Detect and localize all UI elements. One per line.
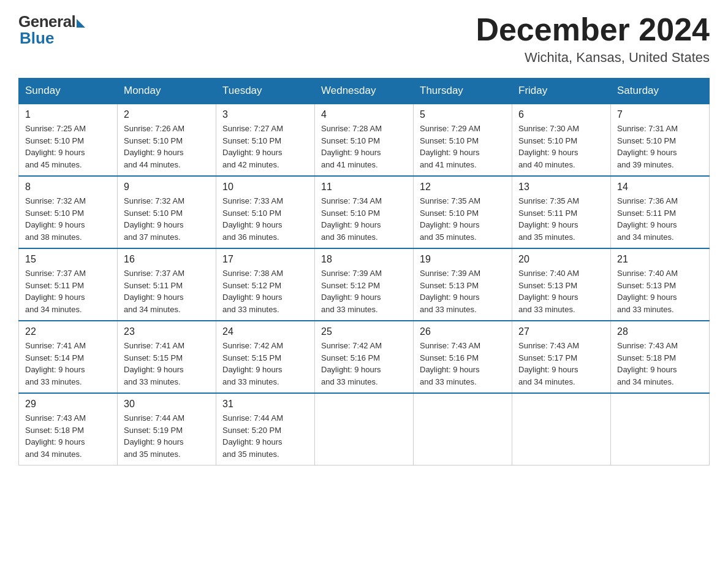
day-number: 23 [124,326,210,337]
day-info: Sunrise: 7:32 AMSunset: 5:10 PMDaylight:… [124,195,210,243]
day-number: 26 [420,326,506,337]
calendar-cell: 24Sunrise: 7:42 AMSunset: 5:15 PMDayligh… [216,321,315,393]
day-info: Sunrise: 7:43 AMSunset: 5:18 PMDaylight:… [617,340,703,388]
week-row-1: 1Sunrise: 7:25 AMSunset: 5:10 PMDaylight… [19,104,710,176]
day-info: Sunrise: 7:44 AMSunset: 5:19 PMDaylight:… [124,412,210,460]
day-info: Sunrise: 7:43 AMSunset: 5:16 PMDaylight:… [420,340,506,388]
day-info: Sunrise: 7:41 AMSunset: 5:15 PMDaylight:… [124,340,210,388]
calendar-cell [414,393,512,465]
logo: General Blue [18,12,85,48]
calendar-cell: 12Sunrise: 7:35 AMSunset: 5:10 PMDayligh… [414,176,512,248]
calendar-cell: 8Sunrise: 7:32 AMSunset: 5:10 PMDaylight… [19,176,118,248]
header-sunday: Sunday [19,79,118,104]
day-info: Sunrise: 7:42 AMSunset: 5:16 PMDaylight:… [321,340,407,388]
day-info: Sunrise: 7:34 AMSunset: 5:10 PMDaylight:… [321,195,407,243]
day-info: Sunrise: 7:25 AMSunset: 5:10 PMDaylight:… [25,123,111,170]
month-title: December 2024 [476,12,710,47]
day-number: 13 [518,182,604,193]
calendar-cell: 11Sunrise: 7:34 AMSunset: 5:10 PMDayligh… [315,176,414,248]
calendar-cell [512,393,611,465]
calendar-cell: 10Sunrise: 7:33 AMSunset: 5:10 PMDayligh… [216,176,315,248]
calendar-cell: 31Sunrise: 7:44 AMSunset: 5:20 PMDayligh… [216,393,315,465]
calendar-cell: 19Sunrise: 7:39 AMSunset: 5:13 PMDayligh… [414,248,512,321]
header-monday: Monday [118,79,216,104]
calendar-cell: 29Sunrise: 7:43 AMSunset: 5:18 PMDayligh… [19,393,118,465]
day-info: Sunrise: 7:26 AMSunset: 5:10 PMDaylight:… [124,123,210,170]
day-number: 4 [321,109,407,120]
day-number: 10 [222,182,308,193]
header-wednesday: Wednesday [315,79,414,104]
day-info: Sunrise: 7:30 AMSunset: 5:10 PMDaylight:… [518,123,604,170]
calendar-cell: 5Sunrise: 7:29 AMSunset: 5:10 PMDaylight… [414,104,512,176]
day-number: 20 [518,254,604,265]
header-saturday: Saturday [611,79,710,104]
calendar-cell: 22Sunrise: 7:41 AMSunset: 5:14 PMDayligh… [19,321,118,393]
calendar-cell: 25Sunrise: 7:42 AMSunset: 5:16 PMDayligh… [315,321,414,393]
day-number: 21 [617,254,703,265]
day-number: 1 [25,109,111,120]
day-number: 19 [420,254,506,265]
day-number: 9 [124,182,210,193]
calendar-cell: 13Sunrise: 7:35 AMSunset: 5:11 PMDayligh… [512,176,611,248]
day-number: 7 [617,109,703,120]
day-info: Sunrise: 7:33 AMSunset: 5:10 PMDaylight:… [222,195,308,243]
calendar-cell: 27Sunrise: 7:43 AMSunset: 5:17 PMDayligh… [512,321,611,393]
day-info: Sunrise: 7:42 AMSunset: 5:15 PMDaylight:… [222,340,308,388]
calendar-cell [611,393,710,465]
logo-arrow-icon [77,19,85,28]
day-info: Sunrise: 7:35 AMSunset: 5:11 PMDaylight:… [518,195,604,243]
day-number: 17 [222,254,308,265]
day-info: Sunrise: 7:37 AMSunset: 5:11 PMDaylight:… [124,267,210,315]
day-info: Sunrise: 7:43 AMSunset: 5:18 PMDaylight:… [25,412,111,460]
calendar-cell: 16Sunrise: 7:37 AMSunset: 5:11 PMDayligh… [118,248,216,321]
day-info: Sunrise: 7:36 AMSunset: 5:11 PMDaylight:… [617,195,703,243]
day-number: 30 [124,399,210,410]
day-info: Sunrise: 7:27 AMSunset: 5:10 PMDaylight:… [222,123,308,170]
location-title: Wichita, Kansas, United States [476,50,710,66]
day-number: 14 [617,182,703,193]
calendar-cell: 9Sunrise: 7:32 AMSunset: 5:10 PMDaylight… [118,176,216,248]
title-section: December 2024 Wichita, Kansas, United St… [476,12,710,66]
calendar-cell: 2Sunrise: 7:26 AMSunset: 5:10 PMDaylight… [118,104,216,176]
day-info: Sunrise: 7:44 AMSunset: 5:20 PMDaylight:… [222,412,308,460]
header-thursday: Thursday [414,79,512,104]
day-number: 27 [518,326,604,337]
calendar-cell: 6Sunrise: 7:30 AMSunset: 5:10 PMDaylight… [512,104,611,176]
calendar-cell: 21Sunrise: 7:40 AMSunset: 5:13 PMDayligh… [611,248,710,321]
day-number: 29 [25,399,111,410]
day-info: Sunrise: 7:39 AMSunset: 5:12 PMDaylight:… [321,267,407,315]
calendar-cell: 17Sunrise: 7:38 AMSunset: 5:12 PMDayligh… [216,248,315,321]
day-number: 11 [321,182,407,193]
day-info: Sunrise: 7:35 AMSunset: 5:10 PMDaylight:… [420,195,506,243]
calendar-cell: 15Sunrise: 7:37 AMSunset: 5:11 PMDayligh… [19,248,118,321]
page-header: General Blue December 2024 Wichita, Kans… [18,12,710,66]
day-number: 3 [222,109,308,120]
day-number: 16 [124,254,210,265]
day-info: Sunrise: 7:38 AMSunset: 5:12 PMDaylight:… [222,267,308,315]
calendar-cell: 14Sunrise: 7:36 AMSunset: 5:11 PMDayligh… [611,176,710,248]
day-number: 8 [25,182,111,193]
calendar-cell: 7Sunrise: 7:31 AMSunset: 5:10 PMDaylight… [611,104,710,176]
calendar-cell: 18Sunrise: 7:39 AMSunset: 5:12 PMDayligh… [315,248,414,321]
calendar-cell [315,393,414,465]
logo-blue-text: Blue [20,29,54,48]
day-info: Sunrise: 7:39 AMSunset: 5:13 PMDaylight:… [420,267,506,315]
calendar-table: SundayMondayTuesdayWednesdayThursdayFrid… [18,78,710,465]
day-number: 18 [321,254,407,265]
calendar-cell: 23Sunrise: 7:41 AMSunset: 5:15 PMDayligh… [118,321,216,393]
calendar-cell: 20Sunrise: 7:40 AMSunset: 5:13 PMDayligh… [512,248,611,321]
calendar-cell: 30Sunrise: 7:44 AMSunset: 5:19 PMDayligh… [118,393,216,465]
day-number: 6 [518,109,604,120]
day-info: Sunrise: 7:28 AMSunset: 5:10 PMDaylight:… [321,123,407,170]
day-number: 12 [420,182,506,193]
day-number: 25 [321,326,407,337]
header-friday: Friday [512,79,611,104]
calendar-header-row: SundayMondayTuesdayWednesdayThursdayFrid… [19,79,710,104]
calendar-cell: 3Sunrise: 7:27 AMSunset: 5:10 PMDaylight… [216,104,315,176]
day-info: Sunrise: 7:41 AMSunset: 5:14 PMDaylight:… [25,340,111,388]
week-row-2: 8Sunrise: 7:32 AMSunset: 5:10 PMDaylight… [19,176,710,248]
day-number: 24 [222,326,308,337]
day-number: 28 [617,326,703,337]
day-number: 15 [25,254,111,265]
day-number: 22 [25,326,111,337]
